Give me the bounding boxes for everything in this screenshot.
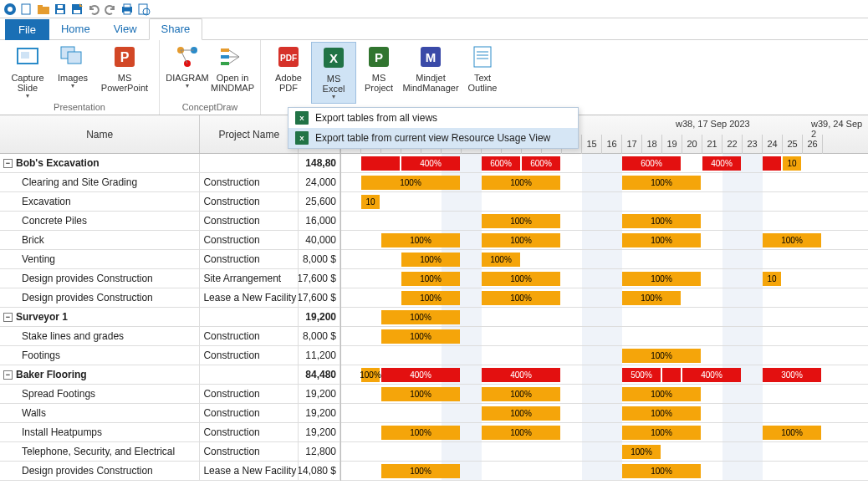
usage-bar[interactable]: 100% <box>381 329 460 344</box>
usage-bar[interactable]: 100% <box>381 310 460 324</box>
usage-bar[interactable]: 400% <box>381 368 460 382</box>
usage-bar[interactable]: 400% <box>482 368 560 382</box>
tab-file[interactable]: File <box>5 19 49 40</box>
usage-bar[interactable]: 100% <box>401 291 460 305</box>
usage-bar[interactable]: 400% <box>702 156 741 171</box>
row-cost: 17,600 $ <box>299 288 340 307</box>
usage-bar[interactable]: 100% <box>381 387 460 401</box>
save-icon[interactable] <box>54 3 67 16</box>
tab-share[interactable]: Share <box>149 18 203 40</box>
task-row[interactable]: ExcavationConstruction25,600 <box>0 192 340 212</box>
timeline-row: 100%100%100% <box>341 173 868 192</box>
usage-bar[interactable]: 300% <box>763 368 821 382</box>
usage-bar[interactable]: 10 <box>783 156 801 171</box>
usage-bar[interactable]: 100% <box>401 272 460 286</box>
usage-bar[interactable]: 600% <box>522 156 560 171</box>
task-row[interactable]: Stake lines and gradesConstruction8,000 … <box>0 327 340 346</box>
usage-bar[interactable]: 10 <box>763 272 781 286</box>
usage-bar[interactable]: 10 <box>361 195 380 209</box>
usage-bar[interactable]: 100% <box>622 349 701 363</box>
usage-bar[interactable]: 100% <box>361 176 460 190</box>
usage-bar[interactable]: 100% <box>622 406 701 421</box>
usage-bar[interactable]: 600% <box>482 156 520 171</box>
ms-excel-button[interactable]: X MS Excel▾ <box>311 42 356 104</box>
usage-bar[interactable]: 100% <box>482 291 560 305</box>
usage-bar[interactable]: 100% <box>482 176 560 190</box>
usage-bar[interactable]: 100% <box>381 233 460 247</box>
usage-bar[interactable]: 400% <box>682 368 741 382</box>
save-as-icon[interactable] <box>70 3 84 16</box>
print-icon[interactable] <box>120 3 134 16</box>
usage-bar[interactable]: 100% <box>401 253 460 267</box>
resource-usage-grid: Name Project Name −Bob's Excavation148,8… <box>0 115 868 481</box>
adobe-pdf-button[interactable]: PDF Adobe PDF <box>266 42 311 94</box>
task-row[interactable]: VentingConstruction8,000 $ <box>0 250 340 269</box>
export-all-views-item[interactable]: X Export tables from all views <box>288 108 578 128</box>
usage-bar[interactable]: 100% <box>622 426 701 440</box>
weekend-stripe <box>722 173 743 191</box>
task-row[interactable]: Design provides ConstructionLease a New … <box>0 288 340 308</box>
app-logo-icon[interactable] <box>3 3 17 16</box>
powerpoint-button[interactable]: P MS PowerPoint <box>95 42 154 94</box>
usage-bar[interactable]: 100% <box>622 387 701 401</box>
usage-bar[interactable]: 100% <box>482 426 560 440</box>
redo-icon[interactable] <box>104 3 117 16</box>
usage-bar[interactable]: 400% <box>401 156 460 171</box>
capture-slide-button[interactable]: Capture Slide▾ <box>5 42 50 102</box>
collapse-toggle[interactable]: − <box>3 313 13 322</box>
usage-bar[interactable]: 100% <box>482 387 560 401</box>
usage-bar[interactable]: 100% <box>482 214 560 228</box>
usage-bar[interactable]: 100% <box>482 272 560 286</box>
usage-bar[interactable]: 100% <box>622 445 661 459</box>
export-current-view-item[interactable]: X Export table from current view Resourc… <box>288 128 578 148</box>
open-icon[interactable] <box>37 3 50 16</box>
usage-bar[interactable]: 100% <box>763 233 821 247</box>
tab-view[interactable]: View <box>102 19 149 39</box>
task-row[interactable]: WallsConstruction19,200 <box>0 404 340 423</box>
group-row[interactable]: −Baker Flooring84,480 <box>0 365 340 385</box>
col-project[interactable]: Project Name <box>200 115 299 153</box>
usage-bar[interactable]: 100% <box>763 426 821 440</box>
undo-icon[interactable] <box>87 3 100 16</box>
usage-bar[interactable]: 100% <box>381 464 460 478</box>
usage-bar[interactable] <box>361 156 400 171</box>
col-name[interactable]: Name <box>0 115 200 153</box>
task-row[interactable]: BrickConstruction40,000 <box>0 231 340 250</box>
usage-bar[interactable]: 100% <box>622 272 701 286</box>
tab-home[interactable]: Home <box>49 19 102 39</box>
usage-bar[interactable]: 100% <box>622 464 701 478</box>
images-button[interactable]: Images▾ <box>50 42 95 92</box>
usage-bar[interactable]: 600% <box>622 156 681 171</box>
usage-bar[interactable]: 100% <box>361 368 380 382</box>
usage-bar[interactable]: 100% <box>482 406 560 421</box>
usage-bar[interactable]: 100% <box>622 291 681 305</box>
usage-bar[interactable]: 100% <box>622 233 701 247</box>
task-row[interactable]: Clearing and Site GradingConstruction24,… <box>0 173 340 192</box>
usage-bar[interactable]: 100% <box>622 214 701 228</box>
mindmap-button[interactable]: Open in MINDMAP <box>210 42 255 94</box>
collapse-toggle[interactable]: − <box>3 370 13 380</box>
text-outline-button[interactable]: Text Outline <box>460 42 505 94</box>
print-preview-icon[interactable] <box>137 3 151 16</box>
new-icon[interactable] <box>20 3 33 16</box>
task-row[interactable]: Design provides ConstructionLease a New … <box>0 462 340 481</box>
usage-bar[interactable] <box>662 368 681 382</box>
mindjet-button[interactable]: M Mindjet MindManager <box>401 42 460 94</box>
usage-bar[interactable] <box>763 156 781 171</box>
usage-bar[interactable]: 100% <box>381 426 460 440</box>
task-row[interactable]: Spread FootingsConstruction19,200 <box>0 385 340 404</box>
group-row[interactable]: −Bob's Excavation148,80 <box>0 154 340 173</box>
usage-bar[interactable]: 100% <box>482 253 520 267</box>
task-row[interactable]: Install HeatpumpsConstruction19,200 <box>0 423 340 442</box>
task-row[interactable]: Design provides ConstructionSite Arrange… <box>0 269 340 288</box>
task-row[interactable]: Telephone, Security, and ElectricalConst… <box>0 442 340 462</box>
task-row[interactable]: FootingsConstruction11,200 <box>0 346 340 365</box>
usage-bar[interactable]: 100% <box>622 176 701 190</box>
usage-bar[interactable]: 500% <box>622 368 661 382</box>
task-row[interactable]: Concrete PilesConstruction16,000 <box>0 212 340 231</box>
collapse-toggle[interactable]: − <box>3 159 13 168</box>
diagram-button[interactable]: DIAGRAM▾ <box>165 42 210 92</box>
group-row[interactable]: −Surveyor 119,200 <box>0 308 340 327</box>
ms-project-button[interactable]: P MS Project <box>356 42 401 94</box>
usage-bar[interactable]: 100% <box>482 233 560 247</box>
